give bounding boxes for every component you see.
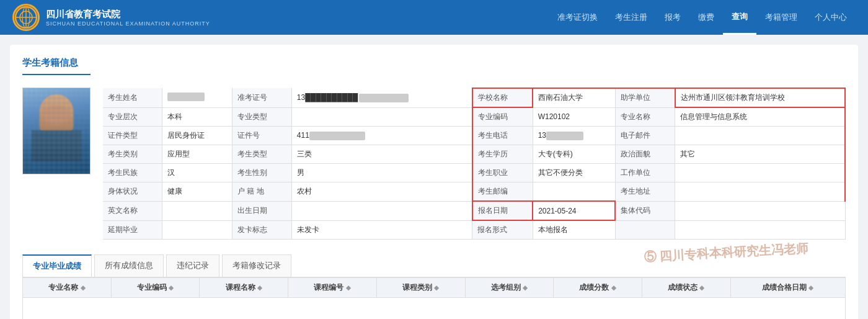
tab-change-records[interactable]: 考籍修改记录 xyxy=(222,254,291,277)
sort-icon[interactable]: ◆ xyxy=(611,284,616,291)
card-label: 发卡标志 xyxy=(232,220,292,240)
address-value xyxy=(675,182,845,202)
col-course-code: 课程编号 ◆ xyxy=(288,278,377,298)
sort-icon[interactable]: ◆ xyxy=(81,284,86,291)
eng-name-value xyxy=(162,201,232,220)
work-unit-value xyxy=(675,164,845,182)
exam-class-value: 三类 xyxy=(291,145,472,164)
student-photo xyxy=(22,88,91,174)
sort-icon[interactable]: ◆ xyxy=(169,284,174,291)
name-label: 考生姓名 xyxy=(103,88,162,107)
main-content: 学生考籍信息 xyxy=(10,45,858,319)
school-value: 西南石油大学 xyxy=(533,88,615,107)
tab-all-scores[interactable]: 所有成绩信息 xyxy=(94,254,164,277)
job-value: 其它不便分类 xyxy=(533,164,615,182)
residence-value: 农村 xyxy=(291,182,472,202)
aid-unit-label: 助学单位 xyxy=(615,88,675,107)
register-form-value: 本地报名 xyxy=(533,220,615,240)
sort-icon[interactable]: ◆ xyxy=(434,284,439,291)
sort-icon[interactable]: ◆ xyxy=(699,284,704,291)
nav-personal[interactable]: 个人中心 xyxy=(806,0,856,35)
scores-table: 专业名称 ◆ 专业编码 ◆ 课程名称 ◆ 课程编号 ◆ xyxy=(22,277,846,319)
register-form-label: 报名形式 xyxy=(472,220,533,240)
gender-label: 考生性别 xyxy=(232,164,292,182)
tab-violations[interactable]: 违纪记录 xyxy=(166,254,219,277)
card-value: 未发卡 xyxy=(291,220,472,240)
table-row xyxy=(23,298,846,320)
group-code-label: 集体代码 xyxy=(615,201,675,220)
gender-value: 男 xyxy=(291,164,472,182)
sort-icon[interactable]: ◆ xyxy=(808,284,813,291)
school-label: 学校名称 xyxy=(472,88,533,107)
eng-name-label: 英文名称 xyxy=(103,201,162,220)
residence-label: 户 籍 地 xyxy=(232,182,292,202)
health-label: 身体状况 xyxy=(103,182,162,202)
info-table-area: 考生姓名 ██████ 准考证号 13██████████ 学校名称 西南石油大… xyxy=(103,88,846,240)
nation-label: 考生民族 xyxy=(103,164,162,182)
logo-icon xyxy=(12,4,40,31)
nav-query[interactable]: 查询 xyxy=(723,0,756,35)
job-label: 考生职业 xyxy=(472,164,533,182)
name-value xyxy=(162,88,232,107)
extend-label: 延期毕业 xyxy=(103,220,162,240)
header: 四川省教育考试院 SICHUAN EDUCATIONAL EXAMINATION… xyxy=(0,0,868,35)
email-value xyxy=(675,127,845,145)
logo-area: 四川省教育考试院 SICHUAN EDUCATIONAL EXAMINATION… xyxy=(12,4,210,31)
cert-no-label: 证件号 xyxy=(232,127,292,145)
politics-value: 其它 xyxy=(675,145,845,164)
major-name-label: 专业名称 xyxy=(615,107,675,127)
tabs-row: 专业毕业成绩 所有成绩信息 违纪记录 考籍修改记录 xyxy=(22,254,846,277)
sort-icon[interactable]: ◆ xyxy=(257,284,262,291)
work-unit-label: 工作单位 xyxy=(615,164,675,182)
birth-label: 出生日期 xyxy=(232,201,292,220)
nav-register[interactable]: 考生注册 xyxy=(606,0,656,35)
phone-label: 考生电话 xyxy=(472,127,533,145)
cert-type-label: 证件类型 xyxy=(103,127,162,145)
logo-subtitle: SICHUAN EDUCATIONAL EXAMINATION AUTHORIT… xyxy=(46,20,210,27)
health-value: 健康 xyxy=(162,182,232,202)
main-nav: 准考证切换 考生注册 报考 缴费 查询 考籍管理 个人中心 xyxy=(549,0,856,35)
major-code-value: W120102 xyxy=(533,107,615,127)
cert-type-value: 居民身份证 xyxy=(162,127,232,145)
post-label: 考生邮编 xyxy=(472,182,533,202)
email-label: 电子邮件 xyxy=(615,127,675,145)
edu-label: 考生学历 xyxy=(472,145,533,164)
aid-unit-value: 达州市通川区领沣教育培训学校 xyxy=(675,88,845,107)
major-level-value: 本科 xyxy=(162,107,232,127)
tab-graduation-scores[interactable]: 专业毕业成绩 xyxy=(22,254,92,277)
major-level-label: 专业层次 xyxy=(103,107,162,127)
politics-label: 政治面貌 xyxy=(615,145,675,164)
exam-type-label: 考生类别 xyxy=(103,145,162,164)
col-major-code: 专业编码 ◆ xyxy=(111,278,200,298)
extend-value xyxy=(162,220,232,240)
nav-payment[interactable]: 缴费 xyxy=(689,0,723,35)
major-type-value xyxy=(291,107,472,127)
admission-label: 准考证号 xyxy=(232,88,292,107)
empty-row xyxy=(23,298,846,320)
phone-value: 13 xyxy=(533,127,615,145)
exam-class-label: 考生类型 xyxy=(232,145,292,164)
nav-apply[interactable]: 报考 xyxy=(656,0,689,35)
major-name-value: 信息管理与信息系统 xyxy=(675,107,845,127)
major-type-label: 专业类型 xyxy=(232,107,292,127)
nav-management[interactable]: 考籍管理 xyxy=(756,0,806,35)
col-group: 选考组别 ◆ xyxy=(465,278,554,298)
col-score: 成绩分数 ◆ xyxy=(554,278,642,298)
group-code-value xyxy=(675,201,845,220)
post-value xyxy=(533,182,615,202)
col-course-name: 课程名称 ◆ xyxy=(200,278,288,298)
col-major-name: 专业名称 ◆ xyxy=(23,278,112,298)
sort-icon[interactable]: ◆ xyxy=(523,284,528,291)
col-score-status: 成绩状态 ◆ xyxy=(642,278,730,298)
birth-value xyxy=(291,201,472,220)
logo-title: 四川省教育考试院 xyxy=(46,8,210,20)
student-info-table: 考生姓名 准考证号 13██████████ 学校名称 西南石油大学 助学单位 … xyxy=(103,88,846,240)
sort-icon[interactable]: ◆ xyxy=(346,284,351,291)
nav-admission[interactable]: 准考证切换 xyxy=(549,0,606,35)
col-pass-date: 成绩合格日期 ◆ xyxy=(730,278,845,298)
major-code-label: 专业编码 xyxy=(472,107,533,127)
col-course-type: 课程类别 ◆ xyxy=(376,278,465,298)
address-label: 考生地址 xyxy=(615,182,675,202)
exam-type-value: 应用型 xyxy=(162,145,232,164)
cert-no-value: 411 xyxy=(291,127,472,145)
